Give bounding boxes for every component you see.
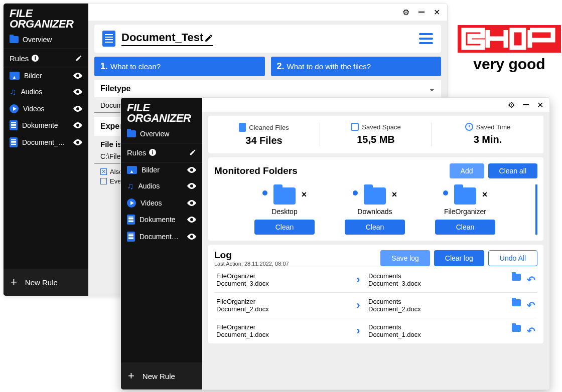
arrow-icon: › xyxy=(356,299,360,311)
folder-icon[interactable] xyxy=(512,299,521,306)
folder-icon[interactable] xyxy=(512,325,521,332)
edit-icon[interactable] xyxy=(75,55,82,62)
filetype-dropdown[interactable]: Filetype ⌄ xyxy=(94,80,441,97)
play-icon xyxy=(127,199,136,208)
sidebar-item-dokumente[interactable]: Dokumente xyxy=(4,117,88,134)
edit-icon[interactable] xyxy=(189,149,196,156)
clear-log-button[interactable]: Clear log xyxy=(434,250,484,266)
step-2[interactable]: 2.What to do with the files? xyxy=(271,57,442,76)
add-button[interactable]: Add xyxy=(450,163,484,178)
step-1[interactable]: 1.What to clean? xyxy=(94,57,265,76)
folder-icon xyxy=(10,36,19,43)
sidebar-item-bilder[interactable]: Bilder xyxy=(121,162,202,177)
titlebar: ⚙ ✕ xyxy=(202,98,549,112)
info-icon[interactable]: i xyxy=(32,55,39,62)
minimize-icon[interactable] xyxy=(523,104,529,105)
dot-icon xyxy=(262,190,267,195)
eye-icon[interactable] xyxy=(73,73,82,79)
sidebar-overview[interactable]: Overview xyxy=(4,33,88,49)
image-icon xyxy=(10,72,20,80)
hamburger-icon[interactable] xyxy=(419,33,433,44)
overview-label: Overview xyxy=(23,36,52,44)
chip-logo xyxy=(458,25,561,53)
document-name[interactable]: Document_Test xyxy=(121,31,213,46)
eye-icon[interactable] xyxy=(73,139,82,145)
chip-rating: very good xyxy=(458,56,561,73)
gear-icon[interactable]: ⚙ xyxy=(402,8,409,17)
sidebar-item-audios[interactable]: ♫Audios xyxy=(4,83,88,101)
image-icon xyxy=(127,166,137,174)
sidebar-item-document-test[interactable]: Document_Test xyxy=(4,134,88,151)
close-icon[interactable]: ✕ xyxy=(434,8,440,17)
folder-icon xyxy=(127,130,136,137)
music-icon: ♫ xyxy=(127,181,134,191)
clean-button[interactable]: Clean xyxy=(254,220,315,235)
plus-icon: + xyxy=(11,276,17,289)
stat-saved-space: Saved Space 15,5 MB xyxy=(320,123,432,146)
folder-icon[interactable] xyxy=(454,187,476,205)
folder-downloads: × Downloads Clean xyxy=(335,187,415,235)
new-rule-button[interactable]: + New Rule xyxy=(121,362,202,389)
sidebar-item-bilder[interactable]: Bilder xyxy=(4,68,88,83)
remove-icon[interactable]: × xyxy=(482,189,488,200)
undo-icon[interactable]: ↶ xyxy=(527,299,535,311)
clean-button[interactable]: Clean xyxy=(435,220,495,235)
sidebar-item-videos[interactable]: Videos xyxy=(121,195,202,211)
eye-icon[interactable] xyxy=(73,122,82,128)
eye-icon[interactable] xyxy=(187,217,196,223)
eye-icon[interactable] xyxy=(187,183,196,189)
eye-icon[interactable] xyxy=(187,234,196,240)
sidebar: FILE ORGANIZER Overview Rules i Bilder ♫… xyxy=(4,4,88,296)
app-logo: FILE ORGANIZER xyxy=(4,4,88,33)
save-log-button[interactable]: Save log xyxy=(380,250,430,266)
folder-icon[interactable] xyxy=(512,274,521,281)
play-icon xyxy=(10,104,19,113)
close-icon[interactable]: ✕ xyxy=(537,100,543,110)
arrow-icon: › xyxy=(356,273,360,286)
chip-badge: very good xyxy=(458,25,561,73)
rules-label: Rules xyxy=(10,54,29,63)
edit-icon xyxy=(204,34,213,43)
stat-cleaned-files: Cleaned Files 34 Files xyxy=(208,123,320,146)
undo-icon[interactable]: ↶ xyxy=(527,325,535,337)
log-subtitle: Last Action: 28.11.2022, 08:07 xyxy=(214,261,289,267)
folder-icon[interactable] xyxy=(364,187,386,205)
sidebar-item-videos[interactable]: Videos xyxy=(4,101,88,117)
sidebar-item-document-test[interactable]: Document_Test xyxy=(121,228,202,245)
music-icon: ♫ xyxy=(10,87,17,97)
eye-icon[interactable] xyxy=(187,200,196,206)
document-icon xyxy=(10,120,18,130)
minimize-icon[interactable] xyxy=(418,12,425,13)
log-title: Log xyxy=(214,250,289,261)
sidebar-item-audios[interactable]: ♫Audios xyxy=(121,177,202,195)
clean-all-button[interactable]: Clean all xyxy=(488,163,537,178)
clock-icon xyxy=(465,123,473,131)
sidebar-overview[interactable]: Overview xyxy=(121,127,202,143)
dot-icon xyxy=(353,190,358,195)
undo-all-button[interactable]: Undo All xyxy=(488,250,537,266)
document-icon xyxy=(127,232,135,242)
clean-button[interactable]: Clean xyxy=(345,220,405,235)
overview-label: Overview xyxy=(140,130,169,138)
sidebar-item-dokumente[interactable]: Dokumente xyxy=(121,211,202,228)
eye-icon[interactable] xyxy=(73,106,82,112)
new-rule-button[interactable]: + New Rule xyxy=(4,269,88,296)
remove-icon[interactable]: × xyxy=(392,189,397,200)
log-row: FileOrganizerDocument_3.docx › Documents… xyxy=(214,267,537,292)
folder-icon[interactable] xyxy=(273,187,296,205)
folder-fileorganizer: × FileOrganizer Clean xyxy=(425,187,505,235)
gear-icon[interactable]: ⚙ xyxy=(508,100,515,110)
log-row: FileOrganizerDocument_1.docx › Documents… xyxy=(214,318,537,343)
info-icon[interactable]: i xyxy=(149,149,156,156)
sidebar: FILE ORGANIZER Overview Rules i Bilder ♫… xyxy=(121,98,202,389)
overview-content: ⚙ ✕ Cleaned Files 34 Files Saved Space 1… xyxy=(202,98,549,389)
chevron-down-icon: ⌄ xyxy=(429,84,435,93)
remove-icon[interactable]: × xyxy=(302,189,307,200)
eye-icon[interactable] xyxy=(73,89,82,95)
stat-saved-time: Saved Time 3 Min. xyxy=(432,123,543,146)
undo-icon[interactable]: ↶ xyxy=(527,274,535,286)
document-icon xyxy=(102,31,115,47)
titlebar: ⚙ ✕ xyxy=(88,4,447,21)
log-panel: Log Last Action: 28.11.2022, 08:07 Save … xyxy=(208,245,543,343)
eye-icon[interactable] xyxy=(187,167,196,173)
